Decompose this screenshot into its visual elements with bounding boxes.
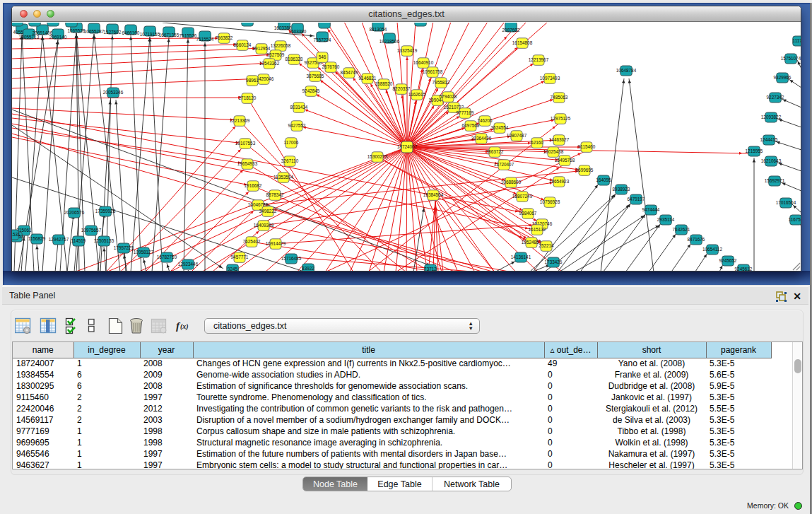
svg-text:114519: 114519 xyxy=(71,238,86,243)
svg-text:1603380: 1603380 xyxy=(289,29,307,34)
svg-text:12975125: 12975125 xyxy=(551,116,571,121)
svg-text:14463627: 14463627 xyxy=(549,137,570,142)
svg-text:17359928: 17359928 xyxy=(95,209,116,214)
svg-text:10719155: 10719155 xyxy=(140,32,160,37)
svg-text:20053346: 20053346 xyxy=(103,90,124,95)
svg-text:19218506: 19218506 xyxy=(379,39,400,44)
svg-text:8938923: 8938923 xyxy=(613,187,630,192)
svg-text:252214: 252214 xyxy=(539,243,554,248)
svg-text:9327509: 9327509 xyxy=(267,52,285,57)
svg-text:1615132: 1615132 xyxy=(529,227,546,232)
svg-text:2935114: 2935114 xyxy=(657,217,675,222)
svg-text:1916682: 1916682 xyxy=(245,183,262,188)
svg-text:3875685: 3875685 xyxy=(307,74,324,78)
svg-text:1215955: 1215955 xyxy=(746,148,763,153)
svg-text:1065528: 1065528 xyxy=(68,28,86,33)
svg-text:9384067: 9384067 xyxy=(519,211,537,216)
svg-text:1588520: 1588520 xyxy=(375,81,393,86)
svg-text:746206: 746206 xyxy=(477,118,493,123)
svg-text:6497568: 6497568 xyxy=(462,123,480,128)
svg-text:9227342: 9227342 xyxy=(767,95,784,100)
svg-text:13720407: 13720407 xyxy=(494,162,514,167)
svg-text:9115460: 9115460 xyxy=(578,144,596,149)
svg-text:12055713: 12055713 xyxy=(19,35,40,40)
svg-text:11172: 11172 xyxy=(793,38,801,43)
svg-text:7632621: 7632621 xyxy=(673,227,690,232)
svg-text:8186328: 8186328 xyxy=(286,57,303,62)
svg-text:10648784: 10648784 xyxy=(616,68,637,73)
svg-text:10688609: 10688609 xyxy=(501,180,522,185)
svg-text:7625402: 7625402 xyxy=(243,239,261,244)
svg-text:3267110: 3267110 xyxy=(281,158,299,163)
svg-text:73712: 73712 xyxy=(424,267,437,271)
svg-text:8912954: 8912954 xyxy=(253,46,271,51)
svg-text:9457771: 9457771 xyxy=(231,255,249,259)
svg-text:10107553: 10107553 xyxy=(235,141,256,146)
svg-text:15692971: 15692971 xyxy=(765,178,785,183)
svg-text:9245: 9245 xyxy=(228,267,238,271)
svg-text:10958127: 10958127 xyxy=(134,250,154,255)
svg-text:8660124: 8660124 xyxy=(234,42,252,47)
svg-text:16782759: 16782759 xyxy=(157,255,177,259)
svg-text:546: 546 xyxy=(319,54,326,59)
svg-text:14136141: 14136141 xyxy=(511,255,531,259)
svg-text:9245652: 9245652 xyxy=(719,258,737,263)
svg-text:16210643: 16210643 xyxy=(761,158,782,163)
svg-text:16409348: 16409348 xyxy=(254,223,274,228)
svg-text:17016504: 17016504 xyxy=(776,200,796,205)
svg-text:83922: 83922 xyxy=(302,266,314,271)
svg-text:10025438: 10025438 xyxy=(543,149,564,154)
svg-text:10807487: 10807487 xyxy=(507,133,527,138)
svg-text:(x): (x) xyxy=(180,322,189,331)
svg-text:1527602: 1527602 xyxy=(104,30,122,35)
svg-text:9242845: 9242845 xyxy=(302,88,320,93)
svg-text:9146821: 9146821 xyxy=(359,76,377,81)
svg-text:11353594: 11353594 xyxy=(273,175,293,180)
svg-text:6794028: 6794028 xyxy=(440,94,457,99)
svg-text:19654933: 19654933 xyxy=(237,161,258,166)
svg-text:12213967: 12213967 xyxy=(529,57,549,62)
svg-text:98961: 98961 xyxy=(246,78,259,83)
svg-text:8031434: 8031434 xyxy=(290,105,308,110)
svg-text:17957225: 17957225 xyxy=(114,245,134,250)
svg-text:8471676: 8471676 xyxy=(688,237,705,242)
svg-text:16671355: 16671355 xyxy=(159,33,180,37)
svg-text:8878342: 8878342 xyxy=(266,192,284,197)
svg-text:6466160: 6466160 xyxy=(122,30,140,35)
svg-text:164095: 164095 xyxy=(596,177,611,182)
svg-text:8454749: 8454749 xyxy=(341,70,358,75)
svg-text:391531: 391531 xyxy=(12,232,20,237)
svg-text:10756928: 10756928 xyxy=(540,199,560,204)
svg-text:0699695: 0699695 xyxy=(576,168,594,173)
svg-text:9329966: 9329966 xyxy=(774,75,792,80)
svg-text:16914479: 16914479 xyxy=(266,241,286,246)
svg-text:18724007: 18724007 xyxy=(397,144,418,149)
svg-text:1156829: 1156829 xyxy=(28,236,46,241)
svg-text:12213369: 12213369 xyxy=(230,118,250,123)
svg-text:10655287: 10655287 xyxy=(84,29,105,34)
svg-text:3624554: 3624554 xyxy=(491,125,509,130)
svg-text:9474444: 9474444 xyxy=(642,207,660,212)
svg-text:9245612: 9245612 xyxy=(735,267,753,271)
svg-text:1162615: 1162615 xyxy=(408,92,426,97)
svg-text:12923446: 12923446 xyxy=(178,262,199,267)
svg-text:10961758: 10961758 xyxy=(423,69,443,74)
svg-text:6479197: 6479197 xyxy=(628,197,645,201)
svg-text:1244415: 1244415 xyxy=(760,137,778,142)
svg-text:2087682: 2087682 xyxy=(502,28,520,33)
svg-text:10975657: 10975657 xyxy=(81,228,102,233)
svg-text:2676760: 2676760 xyxy=(322,64,340,69)
svg-text:7357224: 7357224 xyxy=(314,37,331,42)
svg-text:10654112: 10654112 xyxy=(702,247,722,252)
svg-text:2069140: 2069140 xyxy=(49,35,67,40)
svg-text:8813054: 8813054 xyxy=(370,27,387,32)
svg-text:62160: 62160 xyxy=(531,140,543,145)
svg-text:7663822: 7663822 xyxy=(216,35,233,40)
svg-text:12942757: 12942757 xyxy=(49,237,69,242)
svg-text:18807249: 18807249 xyxy=(512,194,533,199)
svg-text:7515524: 7515524 xyxy=(196,37,214,42)
svg-text:13226058: 13226058 xyxy=(271,43,291,48)
svg-text:2718120: 2718120 xyxy=(239,95,257,100)
svg-text:15495768: 15495768 xyxy=(555,158,575,163)
svg-text:12505135: 12505135 xyxy=(94,238,114,243)
